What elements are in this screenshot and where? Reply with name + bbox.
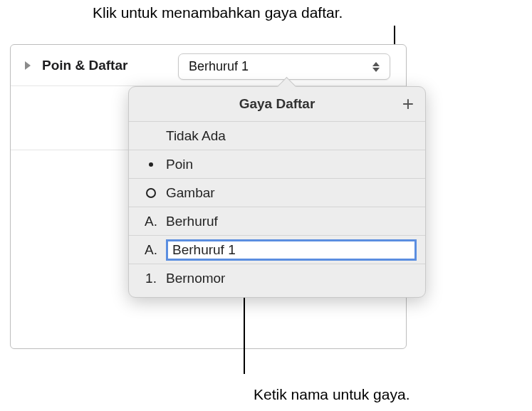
inspector-header[interactable]: Poin & Daftar Berhuruf 1	[11, 45, 406, 86]
dropdown-value: Berhuruf 1	[189, 59, 372, 74]
callout-line-bottom	[244, 292, 245, 374]
list-item-image[interactable]: Gambar	[129, 179, 425, 207]
preview-lettered: A.	[143, 214, 159, 229]
list-item-label: Tidak Ada	[166, 128, 226, 144]
list-item-lettered-1[interactable]: A. Berhuruf 1	[129, 236, 425, 264]
add-style-button[interactable]: +	[402, 95, 414, 113]
list-item-label: Bernomor	[166, 271, 225, 286]
callout-top: Klik untuk menambahkan gaya daftar.	[93, 3, 343, 22]
list-style-dropdown[interactable]: Berhuruf 1	[178, 53, 390, 80]
list-item-label: Poin	[166, 157, 193, 172]
popover-title: Gaya Daftar	[239, 96, 315, 112]
list-item-label: Gambar	[166, 185, 215, 201]
bullet-icon	[143, 162, 159, 167]
list-styles-popover: Gaya Daftar + Tidak Ada Poin Gambar A.	[128, 86, 426, 298]
inspector-panel: Poin & Daftar Berhuruf 1 Gaya Daftar + T…	[10, 44, 407, 349]
chevron-right-icon	[25, 61, 31, 70]
style-name-input[interactable]: Berhuruf 1	[166, 239, 417, 261]
circle-icon	[143, 188, 159, 198]
list-item-bullet[interactable]: Poin	[129, 150, 425, 179]
popover-header: Gaya Daftar +	[129, 87, 425, 121]
list-item-numbered[interactable]: 1. Bernomor	[129, 264, 425, 293]
list-item-lettered[interactable]: A. Berhuruf	[129, 207, 425, 236]
style-list: Tidak Ada Poin Gambar A. Berhuruf A. Ber…	[129, 121, 425, 293]
preview-numbered: 1.	[143, 271, 159, 286]
list-item-none[interactable]: Tidak Ada	[129, 122, 425, 150]
list-item-label: Berhuruf	[166, 214, 218, 229]
preview-lettered-1: A.	[143, 242, 159, 258]
panel-wrap: Poin & Daftar Berhuruf 1 Gaya Daftar + T…	[10, 44, 518, 350]
callout-bottom: Ketik nama untuk gaya.	[254, 385, 410, 404]
section-label: Poin & Daftar	[42, 58, 127, 73]
chevron-up-down-icon	[372, 62, 380, 72]
